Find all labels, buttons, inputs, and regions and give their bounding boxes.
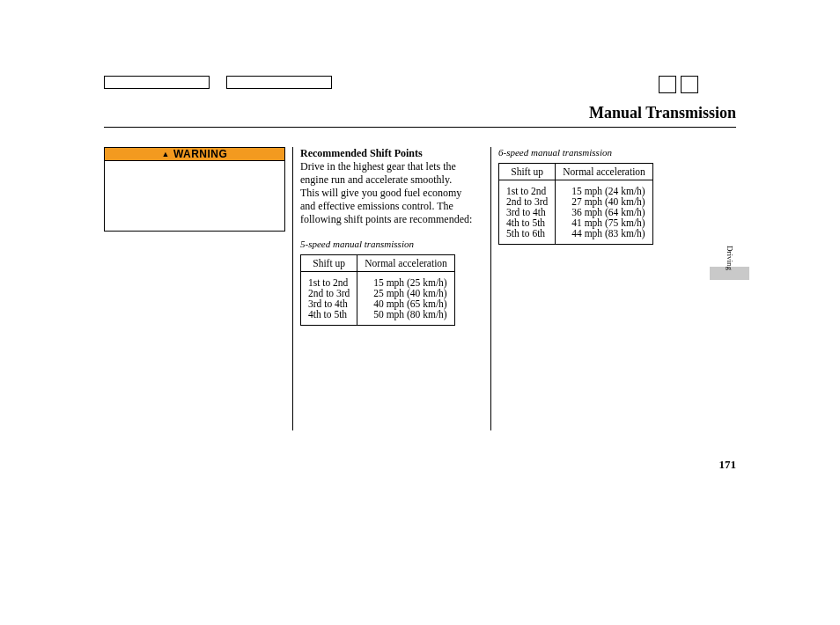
page-title: Manual Transmission [589, 104, 736, 122]
section-tab-label: Driving [726, 246, 734, 270]
table-cell: 4th to 5th [301, 309, 357, 326]
table-cell: 27 mph (40 km/h) [556, 196, 653, 207]
table-caption: 6-speed manual transmission [498, 147, 692, 158]
table-header-row: Shift up Normal acceleration [499, 164, 653, 180]
table-cell: 25 mph (40 km/h) [357, 288, 455, 298]
horizontal-rule [104, 127, 736, 128]
crop-mark [104, 76, 210, 89]
table-cell: 50 mph (80 km/h) [357, 309, 455, 326]
table-row: 1st to 2nd 15 mph (24 km/h) [499, 180, 653, 197]
table-cell: 15 mph (25 km/h) [357, 272, 455, 289]
page-number: 171 [719, 458, 737, 472]
warning-header: ▲ WARNING [104, 147, 285, 161]
table-row: 2nd to 3rd 25 mph (40 km/h) [301, 288, 455, 298]
page: Manual Transmission ▲ WARNING Recommende… [0, 0, 840, 625]
column-2: Recommended Shift Points Drive in the hi… [300, 147, 473, 326]
table-cell: 5th to 6th [499, 228, 556, 245]
table-header-cell: Normal acceleration [357, 255, 455, 272]
table-row: 5th to 6th 44 mph (83 km/h) [499, 228, 653, 245]
table-row: 1st to 2nd 15 mph (25 km/h) [301, 272, 455, 289]
crop-mark [681, 76, 698, 93]
table-cell: 36 mph (64 km/h) [556, 207, 653, 217]
table-cell: 4th to 5th [499, 217, 556, 228]
warning-body [104, 160, 285, 232]
table-cell: 2nd to 3rd [499, 196, 556, 207]
warning-label: WARNING [173, 148, 228, 160]
table-cell: 1st to 2nd [301, 272, 357, 289]
table-header-cell: Normal acceleration [556, 164, 653, 180]
table-row: 4th to 5th 41 mph (75 km/h) [499, 217, 653, 228]
table-header-cell: Shift up [301, 255, 357, 272]
crop-mark [659, 76, 676, 93]
table-cell: 2nd to 3rd [301, 288, 357, 298]
table-cell: 44 mph (83 km/h) [556, 228, 653, 245]
table-cell: 3rd to 4th [301, 298, 357, 309]
table-row: 4th to 5th 50 mph (80 km/h) [301, 309, 455, 326]
column-3: 6-speed manual transmission Shift up Nor… [498, 147, 692, 245]
table-cell: 41 mph (75 km/h) [556, 217, 653, 228]
table-row: 3rd to 4th 40 mph (65 km/h) [301, 298, 455, 309]
table-cell: 15 mph (24 km/h) [556, 180, 653, 197]
subheading: Recommended Shift Points [300, 147, 473, 160]
table-cell: 3rd to 4th [499, 207, 556, 217]
crop-mark [226, 76, 332, 89]
table-header-cell: Shift up [499, 164, 556, 180]
body-paragraph: Drive in the highest gear that lets the … [300, 160, 473, 226]
table-cell: 1st to 2nd [499, 180, 556, 197]
column-separator [292, 147, 293, 430]
table-cell: 40 mph (65 km/h) [357, 298, 455, 309]
shift-table-6speed: Shift up Normal acceleration 1st to 2nd … [498, 163, 653, 245]
table-caption: 5-speed manual transmission [300, 239, 473, 249]
shift-table-5speed: Shift up Normal acceleration 1st to 2nd … [300, 254, 455, 326]
table-row: 3rd to 4th 36 mph (64 km/h) [499, 207, 653, 217]
table-row: 2nd to 3rd 27 mph (40 km/h) [499, 196, 653, 207]
table-header-row: Shift up Normal acceleration [301, 255, 455, 272]
column-separator [490, 147, 491, 430]
warning-triangle-icon: ▲ [162, 150, 170, 158]
